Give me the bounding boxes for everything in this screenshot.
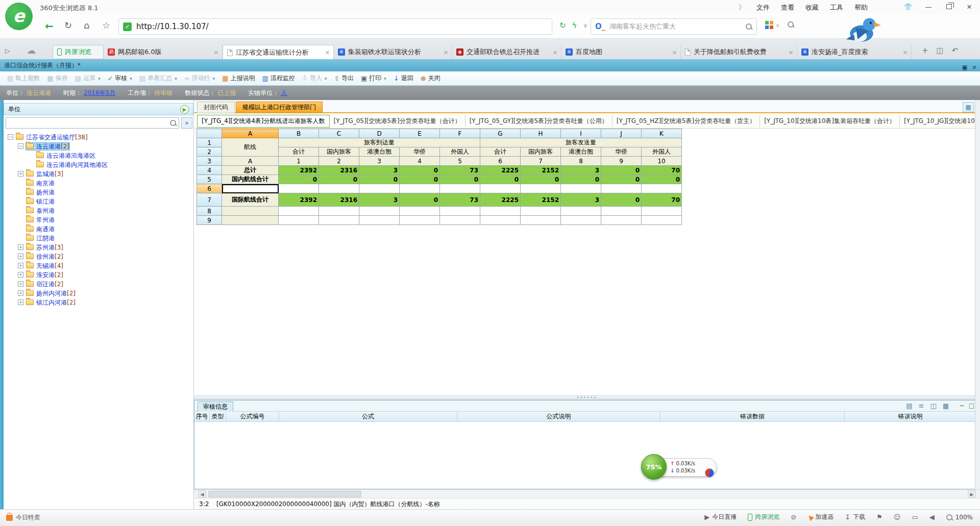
sub-header-cell[interactable]: 外国人 (642, 147, 682, 157)
data-cell[interactable] (521, 184, 561, 193)
url-dropdown-caret[interactable]: ∨ (583, 21, 587, 30)
audit-col-错误数据[interactable]: 错误数据 (660, 412, 845, 421)
data-cell[interactable] (642, 207, 682, 216)
tree-item-连云港港[interactable]: −连云港港[2] (4, 142, 193, 151)
data-cell[interactable]: 0 (400, 175, 440, 184)
collapse-icon[interactable]: − (8, 134, 13, 140)
tab-close-icon[interactable]: × (552, 48, 558, 56)
code-cell[interactable]: 1 (279, 157, 319, 166)
minimize-button[interactable]: — (922, 3, 935, 11)
tree-item-连云港港沿海港区[interactable]: 连云港港沿海港区 (4, 151, 193, 160)
code-cell[interactable]: 5 (440, 157, 480, 166)
data-cell[interactable] (319, 184, 359, 193)
data-cell[interactable] (480, 184, 521, 193)
toolbar-button-打印[interactable]: ▣打印▾ (361, 74, 386, 83)
data-cell[interactable] (400, 216, 440, 225)
group-header-旅客到达量[interactable]: 旅客到达量 (279, 138, 480, 147)
code-cell[interactable]: 6 (480, 157, 521, 166)
expand-icon[interactable]: + (18, 171, 23, 177)
info-value[interactable]: 2016年5月 (84, 89, 115, 97)
col-header-H[interactable]: H (521, 129, 561, 138)
col-header-I[interactable]: I (561, 129, 601, 138)
data-cell[interactable] (561, 216, 601, 225)
tree-item-徐州港[interactable]: +徐州港[2] (4, 252, 193, 261)
data-cell[interactable] (440, 216, 480, 225)
audit-col-公式说明[interactable]: 公式说明 (457, 412, 660, 421)
tree-item-江阴港[interactable]: 江阴港 (4, 234, 193, 243)
daily-deal-item[interactable]: 今日特卖 (6, 513, 40, 522)
sub-header-cell[interactable]: 国内旅客 (521, 147, 561, 157)
expand-icon[interactable]: + (18, 244, 23, 250)
expand-icon[interactable]: + (18, 272, 23, 278)
col-header-C[interactable]: C (319, 129, 359, 138)
code-cell[interactable]: 9 (601, 157, 642, 166)
bottom-item-今日直播[interactable]: ▶今日直播 (704, 513, 737, 521)
toolbar-button-取上期数[interactable]: ▤取上期数 (7, 74, 40, 83)
search-icon[interactable] (745, 23, 752, 30)
audit-export-icon[interactable]: ◫ (930, 402, 936, 410)
code-cell[interactable]: A (222, 157, 279, 166)
tree-item-连云港港内河其他港区[interactable]: 连云港港内河其他港区 (4, 160, 193, 169)
apps-grid-button[interactable] (765, 21, 773, 29)
menu-chevron-icon[interactable]: 》 (739, 3, 745, 12)
audit-info-tab[interactable]: 审核信息 (198, 402, 233, 412)
bottom-item-100%[interactable]: 100% (946, 514, 973, 521)
data-cell[interactable]: 0 (601, 166, 642, 175)
download-speed-widget[interactable]: ↑ 0.03K/s ↓ 0.03K/s 75% (641, 453, 719, 482)
sheet-tab-2[interactable]: [Y_JTG_05_GY][交统港5表]分货类吞吐量（公用） (465, 115, 612, 127)
browser-tab-1[interactable]: 易网易邮箱6.0版× (104, 45, 223, 59)
data-cell[interactable] (480, 207, 521, 216)
data-cell[interactable]: 0 (480, 175, 521, 184)
code-cell[interactable]: 8 (561, 157, 601, 166)
bottom-item-加速器[interactable]: ▲加速器 (807, 513, 834, 521)
code-cell[interactable]: 2 (319, 157, 359, 166)
row-label-cell[interactable] (222, 184, 279, 193)
spreadsheet-region[interactable]: ABCDEFGHIJK1航线旅客到达量旅客发送量2合计国内旅客港澳台胞华侨外国人… (194, 129, 980, 395)
col-header-B[interactable]: B (279, 129, 319, 138)
tab-close-icon[interactable]: × (902, 48, 908, 56)
tab-close-icon[interactable]: × (213, 48, 219, 56)
grid-corner-cell[interactable] (197, 129, 222, 138)
menu-item-4[interactable]: 帮助 (854, 3, 868, 12)
data-cell[interactable] (279, 216, 319, 225)
collapse-icon[interactable]: − (18, 143, 23, 149)
code-cell[interactable]: 3 (359, 157, 400, 166)
browser-tab-4[interactable]: ◉交通部联合铁总召开推进× (452, 45, 561, 59)
data-cell[interactable] (319, 216, 359, 225)
data-cell[interactable]: 2225 (480, 166, 521, 175)
audit-layout-icon[interactable]: ▦ (943, 402, 949, 410)
row-header-5[interactable]: 5 (197, 175, 222, 184)
sidebar-search-input[interactable] (8, 118, 161, 128)
col-header-G[interactable]: G (480, 129, 521, 138)
data-cell[interactable]: 0 (601, 175, 642, 184)
col-header-F[interactable]: F (440, 129, 480, 138)
audit-restore-icon[interactable]: □ (969, 402, 974, 409)
col-header-J[interactable]: J (601, 129, 642, 138)
tab-close-icon[interactable]: × (443, 48, 449, 56)
data-cell[interactable]: 0 (359, 175, 400, 184)
favorite-star-button[interactable]: ☆ (102, 20, 110, 31)
data-cell[interactable] (440, 207, 480, 216)
row-label-cell[interactable] (222, 207, 279, 216)
tab-close-icon[interactable]: × (788, 48, 794, 56)
data-cell[interactable]: 3 (561, 166, 601, 175)
info-value[interactable]: 人 (281, 89, 287, 97)
site-shield-icon[interactable]: ✓ (123, 22, 132, 31)
sheet-tab-5[interactable]: [Y_JTG_10_JG][交统港10表]集装箱吞吐量 (900, 115, 980, 127)
data-cell[interactable]: 3 (561, 193, 601, 207)
data-cell[interactable]: 0 (279, 175, 319, 184)
progress-orb[interactable]: 75% (641, 454, 667, 480)
code-cell[interactable]: 7 (521, 157, 561, 166)
tree-item-泰州港[interactable]: 泰州港 (4, 206, 193, 215)
scroll-left-arrow[interactable]: ◀ (198, 490, 206, 498)
row-header-6[interactable]: 6 (197, 184, 222, 193)
sub-header-cell[interactable]: 外国人 (440, 147, 480, 157)
tree-item-南通港[interactable]: 南通港 (4, 224, 193, 234)
data-cell[interactable] (319, 207, 359, 216)
bottom-item-smile[interactable]: ☺ (894, 513, 901, 521)
row-label-header-cell[interactable]: 航线 (222, 138, 279, 157)
data-cell[interactable] (440, 184, 480, 193)
data-cell[interactable] (601, 184, 642, 193)
toolbar-button-上报说明[interactable]: ▦上报说明 (222, 74, 255, 83)
tree-item-江苏省交通运输厅[interactable]: −江苏省交通运输厅[38] (4, 133, 193, 142)
